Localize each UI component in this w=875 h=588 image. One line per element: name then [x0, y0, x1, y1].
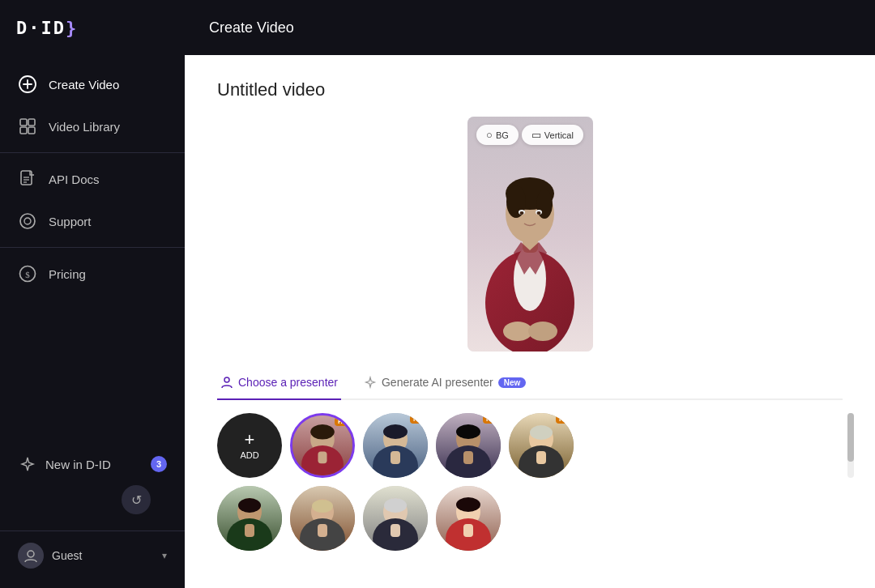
plus-circle-icon: [18, 75, 37, 94]
sidebar-nav: Create Video Video Library: [0, 55, 185, 588]
svg-rect-60: [318, 524, 327, 537]
presenter-grid-row1: + ADD HQ: [217, 413, 582, 478]
circle-icon: ○: [486, 129, 493, 141]
hq-badge: HQ: [556, 415, 572, 424]
svg-rect-6: [28, 127, 35, 134]
presenter-thumb[interactable]: [217, 486, 282, 551]
add-presenter-button[interactable]: + ADD: [217, 413, 282, 478]
nav-divider-2: [0, 247, 185, 248]
tab-generate-ai[interactable]: Generate AI presenter New: [361, 368, 529, 400]
presenter-image-8: [436, 486, 501, 551]
video-title[interactable]: Untitled video: [217, 79, 843, 100]
hq-badge: HQ: [483, 415, 499, 424]
svg-rect-40: [391, 451, 400, 464]
bg-label: BG: [496, 130, 509, 140]
vertical-button[interactable]: ▭ Vertical: [522, 125, 583, 145]
person-icon: [220, 376, 233, 389]
presenter-thumb[interactable]: [290, 486, 355, 551]
svg-point-38: [383, 424, 408, 439]
svg-point-68: [456, 497, 480, 512]
presenter-thumb[interactable]: HQ: [363, 413, 428, 478]
add-label: ADD: [240, 450, 258, 460]
support-icon: [18, 211, 37, 231]
svg-point-33: [310, 424, 335, 440]
svg-point-53: [238, 498, 261, 513]
presenter-thumb[interactable]: [363, 486, 428, 551]
topbar-title: Create Video: [209, 19, 294, 36]
svg-rect-4: [28, 119, 35, 126]
presenter-thumb[interactable]: HQ: [436, 413, 501, 478]
svg-rect-70: [463, 524, 473, 537]
svg-point-30: [224, 377, 229, 382]
svg-point-26: [519, 211, 523, 215]
svg-point-48: [530, 425, 553, 440]
sidebar-item-create-video[interactable]: Create Video: [0, 63, 185, 105]
bg-button[interactable]: ○ BG: [476, 125, 519, 145]
nav-divider-1: [0, 152, 185, 153]
sidebar-item-label: API Docs: [49, 173, 100, 186]
sidebar-item-label: Create Video: [49, 78, 119, 92]
svg-text:$: $: [25, 270, 30, 279]
sidebar-item-label: Video Library: [49, 120, 120, 134]
svg-point-15: [28, 551, 34, 557]
sidebar-item-api-docs[interactable]: API Docs: [0, 158, 185, 200]
presenter-grid-row2: [217, 486, 843, 551]
logo-text: D·ID}: [16, 18, 78, 38]
sidebar-item-label: Support: [49, 215, 92, 228]
plus-icon: +: [245, 431, 255, 449]
presenter-image: [467, 117, 593, 352]
svg-point-27: [536, 211, 540, 215]
hq-badge: HQ: [410, 415, 426, 424]
sparkle-icon: [18, 454, 37, 474]
avatar: [18, 543, 44, 569]
tab-choose-presenter[interactable]: Choose a presenter: [217, 368, 341, 400]
topbar: Create Video: [185, 0, 875, 55]
svg-point-29: [528, 322, 557, 341]
sidebar: D·ID} Create Video: [0, 0, 185, 588]
new-in-did[interactable]: New in D-ID 3: [0, 443, 185, 485]
sparkle-tab-icon: [364, 376, 377, 389]
svg-point-28: [503, 322, 532, 341]
scrollbar-thumb[interactable]: [847, 413, 854, 462]
scrollbar-track[interactable]: [847, 413, 854, 478]
presenter-tabs: Choose a presenter Generate AI presenter…: [217, 368, 843, 400]
svg-point-11: [20, 214, 35, 228]
presenter-image-5: [217, 486, 282, 551]
sidebar-item-pricing[interactable]: $ Pricing: [0, 253, 185, 295]
svg-point-43: [456, 424, 480, 439]
new-in-did-badge: 3: [151, 456, 167, 472]
svg-rect-3: [20, 119, 27, 126]
sidebar-item-support[interactable]: Support: [0, 200, 185, 242]
svg-rect-35: [318, 451, 327, 463]
nav-section-bottom: New in D-ID 3 ↺ Guest ▾: [0, 443, 185, 580]
new-badge: New: [498, 377, 527, 388]
grid-icon: [18, 117, 37, 136]
video-preview: ○ BG ▭ Vertical: [467, 117, 593, 352]
user-section[interactable]: Guest ▾: [0, 530, 185, 580]
rect-icon: ▭: [531, 129, 541, 141]
presenter-thumb[interactable]: HQ: [509, 413, 574, 478]
hq-badge: HQ: [335, 417, 351, 426]
logo: D·ID}: [0, 0, 185, 55]
svg-rect-45: [463, 451, 473, 464]
new-in-did-label: New in D-ID: [45, 458, 111, 471]
tab-label: Generate AI presenter: [382, 376, 493, 389]
presenter-thumb[interactable]: HQ: [290, 413, 355, 478]
svg-rect-65: [391, 524, 400, 537]
svg-rect-50: [536, 451, 546, 464]
sidebar-item-label: Pricing: [49, 267, 86, 281]
presenter-image-6: [290, 486, 355, 551]
user-name: Guest: [52, 549, 154, 562]
chevron-down-icon: ▾: [162, 550, 167, 561]
content-area: Untitled video ○ BG ▭ Vertical: [185, 55, 875, 588]
sidebar-item-video-library[interactable]: Video Library: [0, 105, 185, 147]
replay-button[interactable]: ↺: [122, 485, 151, 514]
svg-point-58: [312, 500, 333, 513]
main-content: Create Video Untitled video ○ BG ▭ Verti…: [185, 0, 875, 588]
svg-point-12: [24, 218, 31, 224]
dollar-circle-icon: $: [18, 264, 37, 283]
vertical-label: Vertical: [544, 130, 574, 140]
presenter-thumb[interactable]: [436, 486, 501, 551]
tab-label: Choose a presenter: [238, 376, 338, 389]
svg-rect-55: [245, 524, 254, 537]
